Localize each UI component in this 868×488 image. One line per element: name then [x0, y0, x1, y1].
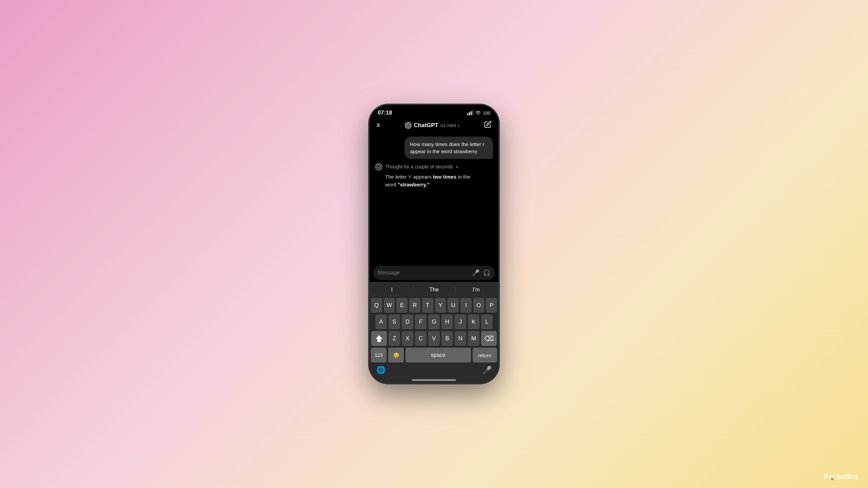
- ai-text-bold: two times: [433, 174, 456, 180]
- status-icons: 100: [467, 110, 490, 116]
- user-message-text: How many times does the letter r appear …: [410, 141, 484, 154]
- message-input[interactable]: [378, 270, 469, 276]
- key-b[interactable]: B: [441, 331, 453, 346]
- ai-response-text: The letter 'r' appears two times in the …: [375, 173, 481, 188]
- mic-input-icon[interactable]: 🎤: [472, 269, 479, 277]
- compose-icon[interactable]: [484, 121, 492, 130]
- key-r[interactable]: R: [409, 298, 420, 313]
- nav-bar: ≡ ChatGPT o1-mini ›: [370, 118, 498, 133]
- key-k[interactable]: K: [468, 314, 479, 329]
- svg-rect-1: [469, 112, 470, 115]
- shift-arrow-icon: [376, 335, 382, 342]
- svg-rect-2: [471, 111, 472, 115]
- key-h[interactable]: H: [441, 314, 453, 329]
- keyboard: I The I'm Q W E R T Y U I O P A: [370, 282, 498, 377]
- phone-device: 07:18 100 ≡: [370, 105, 498, 383]
- key-a[interactable]: A: [375, 314, 387, 329]
- status-bar: 07:18 100: [370, 105, 498, 118]
- chatgpt-logo-nav: [405, 122, 412, 129]
- key-o[interactable]: O: [473, 298, 485, 313]
- key-m[interactable]: M: [468, 331, 479, 346]
- key-s[interactable]: S: [389, 314, 400, 329]
- battery-icon: 100: [483, 110, 490, 116]
- chat-area: How many times does the letter r appear …: [370, 133, 498, 266]
- ai-text-part1: The letter: [385, 174, 408, 180]
- keyboard-row-2: A S D F G H J K L: [371, 314, 497, 329]
- nav-model: o1-mini: [440, 123, 456, 128]
- key-c[interactable]: C: [415, 331, 427, 346]
- key-i[interactable]: I: [460, 298, 472, 313]
- thought-chevron-icon: ∨: [456, 164, 459, 169]
- keyboard-row-3: Z X C V B N M ⌫: [371, 331, 497, 346]
- message-input-row: 🎤 🎧: [373, 266, 495, 280]
- status-time: 07:18: [378, 110, 392, 116]
- watermark-o: o: [829, 472, 833, 481]
- predictive-word-1[interactable]: I: [371, 285, 413, 294]
- shift-key[interactable]: [371, 331, 387, 346]
- keyboard-row-4: 123 😊 space return: [371, 348, 497, 363]
- space-key[interactable]: space: [406, 348, 471, 363]
- return-key[interactable]: return: [473, 348, 497, 363]
- numbers-key[interactable]: 123: [371, 348, 387, 363]
- phone-screen: 07:18 100 ≡: [370, 105, 498, 383]
- nav-chevron-icon: ›: [458, 123, 460, 128]
- key-q[interactable]: Q: [371, 298, 382, 313]
- wifi-icon: [475, 111, 481, 115]
- ai-text-r: 'r': [408, 174, 412, 180]
- key-l[interactable]: L: [481, 314, 493, 329]
- ai-response-container: Thought for a couple of seconds ∨ The le…: [375, 163, 481, 188]
- home-indicator: [370, 377, 498, 383]
- cellular-icon: [467, 110, 473, 115]
- delete-key[interactable]: ⌫: [481, 331, 497, 346]
- globe-icon[interactable]: 🌐: [376, 366, 386, 374]
- key-w[interactable]: W: [384, 298, 395, 313]
- headphone-icon[interactable]: 🎧: [483, 269, 490, 277]
- key-v[interactable]: V: [428, 331, 440, 346]
- predictive-word-2[interactable]: The: [413, 285, 455, 294]
- key-n[interactable]: N: [455, 331, 466, 346]
- home-bar: [412, 379, 456, 381]
- mic-keyboard-icon[interactable]: 🎤: [482, 366, 492, 374]
- thought-label: Thought for a couple of seconds: [385, 164, 453, 169]
- ai-text-word: "strawberry.": [398, 182, 430, 187]
- key-y[interactable]: Y: [435, 298, 446, 313]
- predictive-row: I The I'm: [371, 285, 497, 295]
- ai-thought-row: Thought for a couple of seconds ∨: [375, 163, 481, 170]
- key-u[interactable]: U: [448, 298, 459, 313]
- emoji-key[interactable]: 😊: [388, 348, 404, 363]
- chatgpt-logo-response: [375, 163, 382, 170]
- key-x[interactable]: X: [402, 331, 413, 346]
- keyboard-bottom-row: 🌐 🎤: [371, 364, 497, 374]
- key-p[interactable]: P: [486, 298, 497, 313]
- key-g[interactable]: G: [428, 314, 440, 329]
- key-d[interactable]: D: [402, 314, 413, 329]
- user-message-bubble: How many times does the letter r appear …: [405, 137, 493, 159]
- key-j[interactable]: J: [455, 314, 466, 329]
- svg-rect-3: [472, 110, 473, 115]
- nav-title: ChatGPT o1-mini ›: [405, 122, 459, 129]
- key-e[interactable]: E: [396, 298, 408, 313]
- svg-rect-0: [467, 113, 468, 115]
- menu-icon[interactable]: ≡: [376, 121, 380, 129]
- ai-text-part2: appears: [412, 174, 433, 180]
- key-z[interactable]: Z: [389, 331, 400, 346]
- keyboard-row-1: Q W E R T Y U I O P: [371, 298, 497, 313]
- watermark: Pocketlint: [824, 472, 858, 481]
- key-t[interactable]: T: [422, 298, 433, 313]
- nav-app-name: ChatGPT: [414, 122, 438, 129]
- key-f[interactable]: F: [415, 314, 427, 329]
- predictive-word-3[interactable]: I'm: [455, 285, 497, 294]
